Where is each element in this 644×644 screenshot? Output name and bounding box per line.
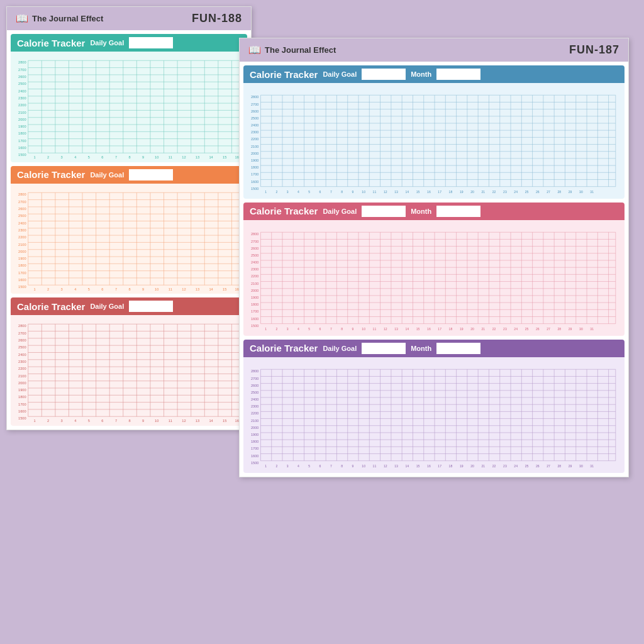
svg-text:20: 20	[470, 327, 474, 331]
svg-text:2100: 2100	[18, 111, 26, 114]
pink-tracker-header: Calorie Tracker Daily Goal Month	[243, 203, 625, 220]
svg-text:1900: 1900	[251, 296, 258, 299]
svg-text:2000: 2000	[251, 152, 258, 155]
red-chart-area: 15001600 17001800 19002000 21002200 2300…	[11, 315, 247, 426]
svg-text:12: 12	[384, 464, 387, 468]
svg-text:11: 11	[169, 155, 172, 159]
svg-text:16: 16	[427, 327, 431, 331]
blue-month-label: Month	[411, 70, 431, 78]
svg-text:8: 8	[128, 287, 130, 291]
svg-text:1500: 1500	[251, 187, 258, 191]
svg-text:1: 1	[33, 419, 35, 423]
svg-text:13: 13	[394, 190, 398, 194]
svg-text:16: 16	[235, 287, 239, 291]
svg-text:1500: 1500	[18, 417, 26, 421]
teal-goal-input[interactable]	[129, 37, 173, 48]
svg-text:1600: 1600	[18, 278, 26, 282]
svg-text:13: 13	[196, 287, 199, 291]
svg-text:2300: 2300	[251, 130, 258, 134]
svg-text:12: 12	[182, 419, 186, 423]
svg-text:2000: 2000	[251, 426, 258, 430]
svg-text:31: 31	[590, 190, 594, 194]
svg-text:2000: 2000	[18, 118, 26, 121]
svg-text:2: 2	[275, 327, 277, 331]
svg-text:1700: 1700	[251, 172, 258, 176]
svg-text:2700: 2700	[18, 331, 26, 335]
svg-text:2200: 2200	[18, 235, 26, 239]
svg-text:1: 1	[33, 287, 35, 291]
pink-chart-area: 15001600 17001800 19002000 21002200 2300…	[243, 220, 625, 336]
svg-text:12: 12	[182, 287, 186, 291]
svg-text:16: 16	[235, 155, 239, 159]
svg-text:27: 27	[547, 327, 550, 331]
pink-tracker-block: Calorie Tracker Daily Goal Month 1500160…	[243, 203, 625, 336]
svg-text:29: 29	[569, 464, 572, 468]
orange-tracker-block: Calorie Tracker Daily Goal 15001600 1700…	[11, 166, 247, 294]
svg-text:1700: 1700	[18, 270, 26, 274]
svg-text:11: 11	[373, 327, 377, 331]
svg-text:14: 14	[209, 287, 213, 291]
purple-goal-input[interactable]	[362, 343, 406, 354]
svg-text:2500: 2500	[251, 253, 258, 257]
svg-text:15: 15	[416, 464, 420, 468]
svg-text:2000: 2000	[18, 381, 26, 385]
svg-text:9: 9	[352, 190, 353, 194]
svg-text:2: 2	[275, 190, 277, 194]
svg-text:3: 3	[61, 287, 63, 291]
orange-goal-input[interactable]	[129, 169, 173, 180]
svg-text:15: 15	[223, 287, 226, 291]
svg-text:2800: 2800	[18, 325, 26, 328]
svg-text:1600: 1600	[251, 317, 258, 321]
svg-text:11: 11	[169, 419, 172, 423]
purple-month-input[interactable]	[436, 343, 480, 354]
svg-text:1700: 1700	[251, 309, 258, 313]
svg-text:7: 7	[115, 287, 117, 291]
svg-text:13: 13	[196, 155, 199, 159]
svg-text:8: 8	[128, 419, 130, 423]
teal-chart-svg: 1500 1600 1700 1800 1900 2000 2100 2200 …	[12, 54, 245, 161]
pink-month-input[interactable]	[436, 206, 480, 217]
svg-text:2700: 2700	[18, 199, 26, 203]
svg-text:19: 19	[460, 464, 464, 468]
blue-daily-goal-label: Daily Goal	[323, 70, 357, 78]
svg-text:12: 12	[182, 155, 186, 159]
svg-text:2800: 2800	[18, 60, 26, 64]
blue-month-input[interactable]	[436, 69, 480, 80]
svg-text:13: 13	[394, 327, 398, 331]
svg-text:2: 2	[275, 464, 277, 468]
svg-text:3: 3	[61, 419, 63, 423]
svg-text:1900: 1900	[18, 257, 26, 260]
svg-text:4: 4	[297, 327, 299, 331]
svg-text:6: 6	[319, 327, 321, 331]
svg-text:1600: 1600	[18, 409, 26, 413]
pink-goal-input[interactable]	[362, 206, 406, 217]
svg-text:20: 20	[470, 190, 474, 194]
svg-text:3: 3	[287, 327, 289, 331]
svg-text:18: 18	[449, 327, 453, 331]
svg-text:1800: 1800	[18, 396, 26, 399]
red-goal-input[interactable]	[129, 301, 173, 312]
svg-text:7: 7	[115, 155, 117, 159]
svg-text:27: 27	[547, 190, 550, 194]
svg-text:26: 26	[536, 327, 540, 331]
svg-text:15: 15	[223, 419, 226, 423]
svg-text:2: 2	[47, 419, 49, 423]
svg-text:2100: 2100	[251, 282, 258, 286]
svg-text:21: 21	[481, 327, 485, 331]
svg-text:11: 11	[373, 464, 377, 468]
svg-text:5: 5	[308, 190, 310, 194]
blue-goal-input[interactable]	[362, 69, 406, 80]
svg-text:9: 9	[142, 287, 144, 291]
purple-tracker-block: Calorie Tracker Daily Goal Month 1500160…	[243, 340, 625, 473]
svg-text:10: 10	[362, 327, 365, 331]
svg-text:10: 10	[362, 464, 365, 468]
svg-text:2800: 2800	[251, 369, 258, 373]
svg-text:3: 3	[61, 155, 63, 159]
svg-text:14: 14	[405, 190, 409, 194]
svg-text:4: 4	[74, 155, 76, 159]
front-brand-name: The Journal Effect	[265, 45, 336, 55]
svg-text:2: 2	[47, 155, 49, 159]
svg-text:30: 30	[579, 464, 583, 468]
svg-text:2800: 2800	[251, 95, 258, 99]
svg-text:10: 10	[155, 419, 158, 423]
